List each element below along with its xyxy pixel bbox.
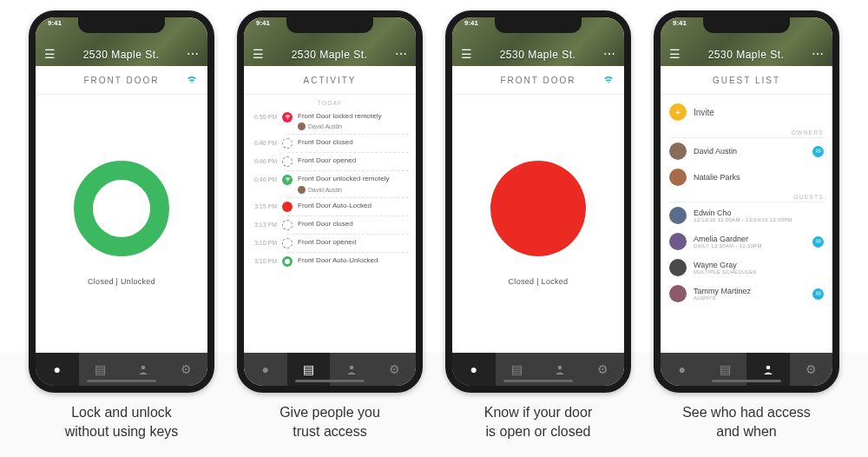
caption-1: Lock and unlock without using keys [65, 403, 179, 440]
person-row[interactable]: Natalie Parks [669, 164, 824, 190]
status-time: 9:41 [48, 19, 62, 27]
home-indicator[interactable] [503, 380, 573, 382]
wifi-icon [603, 76, 614, 84]
activity-user: David Austin [298, 186, 409, 194]
phone-3: 9:41 ☰ 2530 Maple St. ⋯ FRONT DOOR Close… [445, 10, 631, 393]
address-title: 2530 Maple St. [56, 49, 187, 61]
subheader-title: GUEST LIST [713, 76, 780, 85]
activity-list: TODAY 6:50 PMFront Door locked remotelyD… [244, 95, 416, 269]
lock-ring-locked[interactable] [490, 161, 586, 256]
person-row[interactable]: Tammy MartinezALWAYS✉ [669, 281, 824, 307]
person-schedule: DAILY 12:30AM - 12:30PM [694, 243, 762, 248]
tab-lock[interactable]: ● [244, 353, 287, 386]
activity-time: 6:46 PM [251, 175, 282, 182]
home-indicator[interactable] [87, 380, 156, 382]
status-time: 9:41 [673, 19, 687, 27]
caption-2: Give people you trust access [279, 403, 380, 440]
person-schedule: MULTIPLE SCHEDULES [694, 269, 757, 275]
activity-row[interactable]: 6:46 PMFront Door unlocked remotelyDavid… [251, 172, 409, 195]
notch [495, 17, 582, 33]
person-schedule: 12/12/16 12:00AM - 12/24/16 12:00PM [694, 217, 792, 222]
address-title: 2530 Maple St. [264, 49, 395, 61]
person-name: David Austin [694, 147, 737, 156]
person-name: Wayne Gray [694, 261, 757, 269]
notch [703, 17, 790, 33]
notify-badge-icon[interactable]: ✉ [812, 236, 824, 248]
svg-point-0 [141, 366, 145, 370]
activity-row[interactable]: 3:13 PMFront Door closed [251, 217, 409, 233]
subheader: FRONT DOOR [36, 66, 207, 95]
phone-1: 9:41 ☰ 2530 Maple St. ⋯ FRONT DOOR Close… [29, 10, 214, 393]
status-time: 9:41 [256, 19, 270, 27]
menu-icon[interactable]: ☰ [461, 47, 472, 61]
activity-text: Front Door locked remotelyDavid Austin [298, 112, 409, 130]
invite-icon: + [669, 103, 687, 121]
activity-icon [282, 138, 293, 149]
more-icon[interactable]: ⋯ [603, 47, 615, 61]
avatar [669, 233, 687, 250]
activity-time: 6:46 PM [251, 138, 282, 146]
more-icon[interactable]: ⋯ [395, 47, 407, 61]
tab-settings[interactable]: ⚙ [790, 353, 833, 386]
tab-settings[interactable]: ⚙ [165, 353, 208, 386]
menu-icon[interactable]: ☰ [669, 47, 681, 61]
tab-settings[interactable]: ⚙ [582, 353, 625, 386]
avatar [669, 259, 687, 276]
activity-time: 3:10 PM [251, 238, 282, 246]
avatar [669, 285, 687, 302]
svg-point-3 [766, 366, 770, 370]
activity-row[interactable]: 6:46 PMFront Door closed [251, 136, 409, 151]
activity-icon [282, 238, 293, 248]
person-name: Edwin Cho [694, 209, 792, 217]
lock-status-text: Closed | Locked [509, 277, 569, 286]
lock-ring-unlocked[interactable] [74, 161, 169, 256]
home-indicator[interactable] [295, 380, 365, 382]
tab-settings[interactable]: ⚙ [373, 353, 417, 386]
menu-icon[interactable]: ☰ [253, 47, 264, 61]
person-name: Amelia Gardner [694, 235, 762, 243]
tab-lock[interactable]: ● [661, 353, 704, 386]
notify-badge-icon[interactable]: ✉ [812, 146, 824, 157]
guests-section-label: GUESTS [669, 190, 824, 202]
today-label: TODAY [251, 100, 409, 106]
person-row[interactable]: Edwin Cho12/12/16 12:00AM - 12/24/16 12:… [669, 202, 824, 228]
activity-icon [282, 112, 293, 123]
activity-time: 6:50 PM [251, 112, 282, 120]
menu-icon[interactable]: ☰ [44, 47, 56, 61]
activity-icon [282, 256, 293, 267]
avatar [669, 169, 687, 186]
person-row[interactable]: Wayne GrayMULTIPLE SCHEDULES [669, 255, 824, 281]
activity-row[interactable]: 3:10 PMFront Door opened [251, 235, 409, 251]
phone-4: 9:41 ☰ 2530 Maple St. ⋯ GUEST LIST + Inv… [654, 10, 839, 393]
notch [286, 17, 373, 33]
activity-time: 6:46 PM [251, 156, 282, 164]
more-icon[interactable]: ⋯ [187, 47, 199, 61]
notify-badge-icon[interactable]: ✉ [812, 288, 824, 300]
home-indicator[interactable] [712, 380, 781, 382]
activity-row[interactable]: 6:50 PMFront Door locked remotelyDavid A… [251, 109, 409, 133]
owners-section-label: OWNERS [669, 126, 824, 138]
avatar [669, 207, 687, 224]
activity-row[interactable]: 3:15 PMFront Door Auto-Locked [251, 199, 409, 215]
tab-lock[interactable]: ● [36, 353, 79, 386]
guest-list: + Invite OWNERS David Austin✉Natalie Par… [661, 95, 832, 310]
caption-4: See who had access and when [682, 403, 811, 440]
activity-time: 3:10 PM [251, 256, 282, 264]
activity-row[interactable]: 6:46 PMFront Door opened [251, 154, 409, 169]
subheader-title: ACTIVITY [303, 76, 356, 85]
activity-icon [282, 156, 293, 167]
activity-text: Front Door unlocked remotelyDavid Austin [298, 175, 409, 193]
activity-text: Front Door closed [298, 220, 409, 228]
activity-row[interactable]: 3:10 PMFront Door Auto-Unlocked [251, 254, 409, 269]
tab-lock[interactable]: ● [452, 353, 496, 386]
subheader: ACTIVITY [244, 66, 416, 95]
activity-text: Front Door opened [298, 156, 409, 165]
activity-user: David Austin [298, 123, 409, 130]
svg-point-1 [349, 366, 353, 370]
person-row[interactable]: David Austin✉ [669, 138, 824, 164]
more-icon[interactable]: ⋯ [812, 47, 824, 61]
person-name: Tammy Martinez [694, 287, 751, 295]
person-row[interactable]: Amelia GardnerDAILY 12:30AM - 12:30PM✉ [669, 228, 824, 255]
invite-row[interactable]: + Invite [669, 98, 824, 126]
status-time: 9:41 [464, 19, 478, 27]
